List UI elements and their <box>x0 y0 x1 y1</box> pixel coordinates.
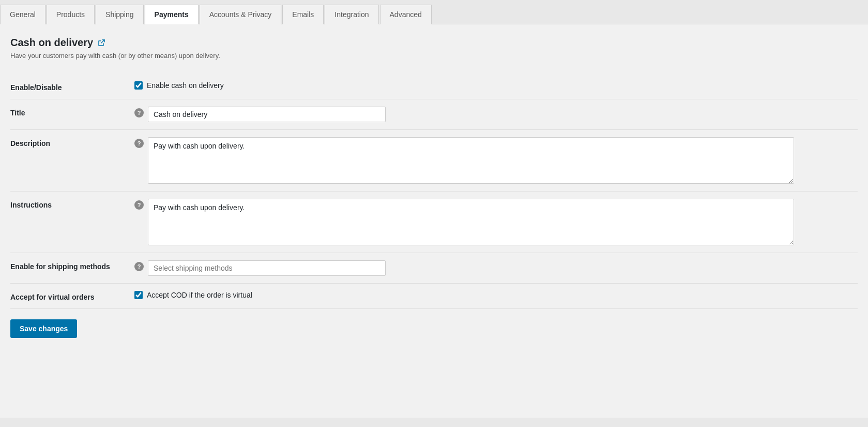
content-area: Cash on delivery Have your customers pay… <box>0 24 868 418</box>
external-link-icon <box>97 39 105 47</box>
enable-disable-row: Enable/Disable Enable cash on delivery <box>10 74 858 99</box>
save-button[interactable]: Save changes <box>10 319 77 338</box>
page-title: Cash on delivery <box>10 37 93 49</box>
page-title-row: Cash on delivery <box>10 37 858 49</box>
shipping-methods-label: Enable for shipping methods <box>10 260 134 271</box>
tab-shipping[interactable]: Shipping <box>96 5 144 24</box>
enable-cash-checkbox-text: Enable cash on delivery <box>147 81 224 90</box>
tab-advanced[interactable]: Advanced <box>380 5 432 24</box>
tabs-nav: General Products Shipping Payments Accou… <box>0 4 868 24</box>
description-row: Description ? Pay with cash upon deliver… <box>10 130 858 192</box>
tab-payments[interactable]: Payments <box>145 5 199 24</box>
shipping-methods-help-icon[interactable]: ? <box>134 262 144 271</box>
tab-emails[interactable]: Emails <box>282 5 324 24</box>
enable-disable-label: Enable/Disable <box>10 81 134 92</box>
tab-general[interactable]: General <box>0 5 45 24</box>
top-bar <box>0 0 868 4</box>
page-subtitle: Have your customers pay with cash (or by… <box>10 52 858 60</box>
title-input[interactable] <box>148 107 386 122</box>
virtual-orders-content: Accept COD if the order is virtual <box>134 291 858 299</box>
tab-integration[interactable]: Integration <box>325 5 378 24</box>
description-textarea[interactable]: Pay with cash upon delivery. <box>148 137 794 184</box>
virtual-orders-checkbox[interactable] <box>134 291 143 299</box>
instructions-content: ? Pay with cash upon delivery. <box>134 199 858 245</box>
virtual-orders-label: Accept for virtual orders <box>10 291 134 301</box>
instructions-help-icon[interactable]: ? <box>134 200 144 210</box>
virtual-orders-checkbox-label[interactable]: Accept COD if the order is virtual <box>134 291 252 299</box>
tab-accounts-privacy[interactable]: Accounts & Privacy <box>200 5 282 24</box>
instructions-textarea[interactable]: Pay with cash upon delivery. <box>148 199 794 245</box>
shipping-methods-row: Enable for shipping methods ? <box>10 253 858 284</box>
instructions-row: Instructions ? Pay with cash upon delive… <box>10 192 858 253</box>
instructions-label: Instructions <box>10 199 134 209</box>
title-help-icon[interactable]: ? <box>134 108 144 117</box>
virtual-orders-row: Accept for virtual orders Accept COD if … <box>10 284 858 309</box>
title-label: Title <box>10 107 134 117</box>
description-label: Description <box>10 137 134 148</box>
enable-cash-checkbox-label[interactable]: Enable cash on delivery <box>134 81 224 90</box>
description-help-icon[interactable]: ? <box>134 139 144 148</box>
shipping-methods-input[interactable] <box>148 260 386 276</box>
enable-cash-checkbox[interactable] <box>134 81 143 90</box>
virtual-orders-checkbox-text: Accept COD if the order is virtual <box>147 291 252 299</box>
enable-disable-content: Enable cash on delivery <box>134 81 858 90</box>
shipping-methods-content: ? <box>134 260 858 276</box>
description-content: ? Pay with cash upon delivery. <box>134 137 858 184</box>
tab-products[interactable]: Products <box>47 5 95 24</box>
title-content: ? <box>134 107 858 122</box>
title-row: Title ? <box>10 99 858 130</box>
page-title-link[interactable] <box>97 39 105 47</box>
